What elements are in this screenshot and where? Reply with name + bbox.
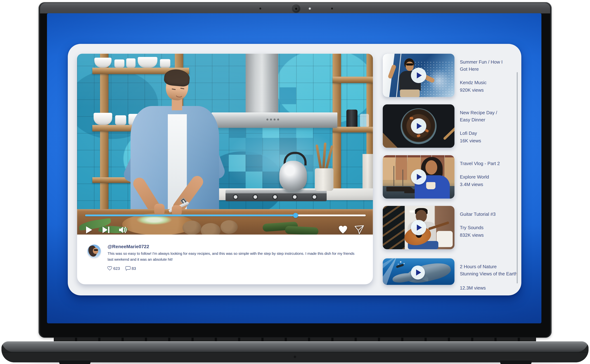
video-title-line: Summer Fun / How I bbox=[460, 58, 516, 65]
progress-thumb[interactable] bbox=[293, 213, 298, 218]
base-seam bbox=[3, 352, 587, 352]
avatar[interactable] bbox=[87, 245, 101, 258]
video-title-line: Travel Vlog - Part 2 bbox=[460, 160, 516, 167]
building bbox=[396, 157, 407, 180]
sidebar-item-text: Summer Fun / How I Got Here Kendz Music … bbox=[460, 58, 516, 93]
comment-bubble-icon bbox=[126, 266, 131, 271]
sidebar-item-nature[interactable]: 2 Hours of Nature Stunning Views of the … bbox=[383, 258, 516, 285]
video-title-line: New Recipe Day / bbox=[460, 109, 516, 116]
sidebar-item-travel-vlog[interactable]: Travel Vlog - Part 2 Explore World 3.4M … bbox=[383, 155, 516, 199]
bubble bbox=[398, 264, 399, 265]
play-button[interactable] bbox=[86, 226, 93, 234]
top-bezel bbox=[40, 3, 550, 13]
video-views: 3.4M views bbox=[460, 181, 516, 188]
sailor-shorts bbox=[400, 90, 420, 97]
ice-cream-cup bbox=[426, 182, 436, 189]
sidebar-item-guitar-tutorial[interactable]: Guitar Tutorial #3 Try Sounds 832K views bbox=[383, 206, 516, 249]
bubble bbox=[400, 261, 401, 263]
thumbnail-guitar-tutorial[interactable] bbox=[383, 206, 455, 249]
video-channel: Kendz Music bbox=[460, 79, 516, 86]
play-overlay-icon[interactable] bbox=[411, 266, 425, 280]
heart-outline-icon bbox=[107, 266, 112, 271]
building bbox=[445, 157, 455, 180]
reply-count: 83 bbox=[132, 266, 136, 271]
video-views: 832K views bbox=[460, 232, 516, 239]
chair-cushion bbox=[436, 231, 453, 247]
laptop-lid: @ReneeMarie0722 This was so easy to foll… bbox=[39, 2, 552, 338]
staircase bbox=[383, 206, 405, 249]
thumbnail-nature[interactable] bbox=[383, 258, 455, 285]
sidebar-item-text: 2 Hours of Nature Stunning Views of the … bbox=[460, 263, 516, 291]
reply-count-button[interactable]: 83 bbox=[126, 266, 131, 271]
like-count-button[interactable]: 623 bbox=[107, 266, 112, 271]
progress-track[interactable] bbox=[85, 214, 366, 216]
play-overlay-icon[interactable] bbox=[411, 169, 426, 185]
video-views: 12.3M views bbox=[460, 285, 516, 291]
video-channel: Explore World bbox=[460, 174, 516, 180]
microphone-left bbox=[259, 8, 261, 9]
webcam bbox=[292, 5, 300, 13]
video-views: 920K views bbox=[460, 87, 516, 93]
video-title-line: Easy Dinner bbox=[460, 116, 516, 123]
play-overlay-icon[interactable] bbox=[411, 220, 426, 235]
like-heart-button[interactable] bbox=[338, 226, 348, 234]
sidebar-scrollbar[interactable] bbox=[517, 72, 518, 283]
comment-section: @ReneeMarie0722 This was so easy to foll… bbox=[77, 234, 373, 284]
sidebar-item-text: New Recipe Day / Easy Dinner Lofi Day 16… bbox=[460, 109, 516, 144]
thumbnail-new-recipe[interactable] bbox=[383, 104, 455, 148]
skip-next-button[interactable] bbox=[102, 226, 110, 234]
snorkeler bbox=[396, 264, 404, 268]
video-channel: Lofi Day bbox=[460, 130, 516, 136]
sailor-sunglasses bbox=[406, 63, 413, 65]
sidebar-item-new-recipe[interactable]: New Recipe Day / Easy Dinner Lofi Day 16… bbox=[383, 104, 516, 148]
thumbnail-summer-fun[interactable] bbox=[383, 54, 455, 97]
comment-username: @ReneeMarie0722 bbox=[107, 244, 149, 249]
comment-text-line1: This was so easy to follow! I'm always l… bbox=[107, 251, 355, 256]
avatar-face bbox=[93, 248, 98, 254]
boat-mast bbox=[394, 166, 394, 188]
camera-led bbox=[309, 8, 311, 9]
webcam-lens-icon bbox=[295, 8, 297, 10]
play-overlay-icon[interactable] bbox=[411, 118, 426, 134]
comment-text-line2: last weekend and it was an absolute hit! bbox=[107, 257, 173, 262]
boat-mast bbox=[402, 169, 403, 188]
sidebar-item-text: Guitar Tutorial #3 Try Sounds 832K views bbox=[460, 211, 516, 239]
video-channel: Try Sounds bbox=[460, 224, 516, 231]
base-logo bbox=[294, 356, 296, 358]
video-surface[interactable] bbox=[77, 54, 373, 234]
video-title-line: Stunning Views of the Earth bbox=[460, 270, 516, 277]
app-window: @ReneeMarie0722 This was so easy to foll… bbox=[68, 44, 521, 295]
share-send-button[interactable] bbox=[355, 225, 364, 234]
rubber-foot-right bbox=[500, 361, 532, 364]
volume-icon[interactable] bbox=[119, 226, 127, 234]
microphone-right bbox=[331, 8, 333, 9]
laptop-base bbox=[1, 341, 589, 362]
woman-face bbox=[425, 160, 437, 175]
carrot bbox=[410, 117, 413, 119]
sidebar-item-summer-fun[interactable]: Summer Fun / How I Got Here Kendz Music … bbox=[383, 54, 516, 97]
video-card: @ReneeMarie0722 This was so easy to foll… bbox=[77, 54, 373, 284]
bubble bbox=[403, 263, 405, 264]
thumbnail-travel-vlog[interactable] bbox=[383, 155, 455, 199]
video-title-line: Got Here bbox=[460, 65, 516, 73]
laptop-screen: @ReneeMarie0722 This was so easy to foll… bbox=[47, 13, 541, 323]
like-count: 623 bbox=[113, 266, 120, 271]
sidebar-item-text: Travel Vlog - Part 2 Explore World 3.4M … bbox=[460, 160, 516, 188]
video-title-line: Guitar Tutorial #3 bbox=[460, 211, 516, 218]
video-lighting bbox=[77, 54, 373, 234]
rubber-foot-left bbox=[59, 361, 91, 364]
ceiling-light bbox=[410, 211, 414, 212]
video-views: 16K views bbox=[460, 137, 516, 144]
video-title-line: 2 Hours of Nature bbox=[460, 263, 516, 270]
progress-fill bbox=[85, 214, 296, 216]
play-overlay-icon[interactable] bbox=[411, 68, 426, 83]
sailor-face bbox=[406, 62, 414, 71]
wooden-spoon bbox=[443, 115, 455, 140]
avatar-sunglasses bbox=[94, 249, 98, 251]
